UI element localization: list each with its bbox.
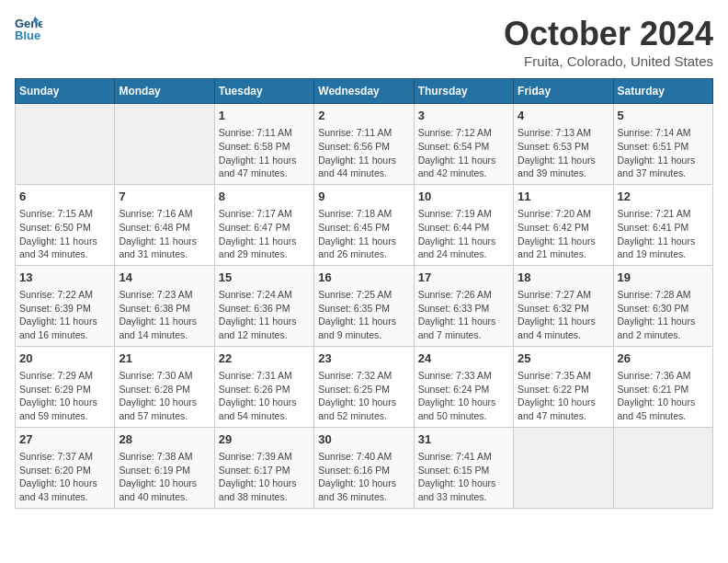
- day-info: Sunset: 6:19 PM: [119, 464, 210, 477]
- day-info: Daylight: 10 hours and 50 minutes.: [418, 396, 509, 422]
- header-cell-thursday: Thursday: [414, 79, 513, 104]
- day-number: 16: [318, 270, 409, 286]
- day-info: Sunset: 6:35 PM: [318, 302, 409, 316]
- day-number: 17: [418, 270, 509, 286]
- day-info: Sunset: 6:39 PM: [19, 302, 110, 316]
- day-info: Daylight: 11 hours and 34 minutes.: [19, 235, 110, 261]
- day-info: Sunset: 6:32 PM: [518, 302, 609, 316]
- day-info: Sunset: 6:53 PM: [518, 140, 609, 154]
- day-number: 5: [618, 108, 709, 124]
- calendar-cell: [613, 427, 712, 508]
- day-number: 14: [119, 270, 210, 286]
- day-info: Sunset: 6:20 PM: [19, 464, 110, 477]
- day-info: Sunrise: 7:15 AM: [19, 207, 110, 221]
- calendar-cell: 26Sunrise: 7:36 AMSunset: 6:21 PMDayligh…: [613, 346, 712, 427]
- calendar-cell: 22Sunrise: 7:31 AMSunset: 6:26 PMDayligh…: [214, 346, 313, 427]
- day-info: Sunrise: 7:13 AM: [518, 126, 609, 140]
- day-info: Sunset: 6:22 PM: [518, 383, 609, 396]
- day-info: Daylight: 10 hours and 38 minutes.: [219, 477, 310, 503]
- calendar-cell: [514, 427, 613, 508]
- day-info: Sunrise: 7:28 AM: [618, 288, 709, 302]
- day-info: Sunset: 6:51 PM: [618, 140, 709, 154]
- calendar-cell: 5Sunrise: 7:14 AMSunset: 6:51 PMDaylight…: [613, 104, 712, 185]
- day-number: 29: [219, 431, 310, 448]
- day-info: Sunrise: 7:40 AM: [318, 450, 409, 464]
- calendar-cell: 31Sunrise: 7:41 AMSunset: 6:15 PMDayligh…: [414, 427, 513, 508]
- day-number: 22: [219, 350, 310, 367]
- logo-icon: General Blue: [15, 15, 42, 42]
- day-info: Sunrise: 7:33 AM: [418, 369, 509, 383]
- day-number: 7: [119, 189, 210, 205]
- calendar-cell: 7Sunrise: 7:16 AMSunset: 6:48 PMDaylight…: [115, 184, 214, 265]
- day-info: Sunset: 6:24 PM: [418, 383, 509, 396]
- day-info: Daylight: 10 hours and 40 minutes.: [119, 477, 210, 503]
- day-info: Daylight: 11 hours and 12 minutes.: [219, 315, 310, 341]
- day-info: Daylight: 10 hours and 36 minutes.: [318, 477, 409, 503]
- day-info: Sunrise: 7:14 AM: [618, 126, 709, 140]
- day-number: 20: [19, 350, 110, 367]
- calendar-week-row: 13Sunrise: 7:22 AMSunset: 6:39 PMDayligh…: [16, 265, 713, 346]
- day-info: Sunset: 6:50 PM: [19, 221, 110, 235]
- day-number: 9: [318, 189, 409, 205]
- day-info: Sunrise: 7:30 AM: [119, 369, 210, 383]
- header-cell-saturday: Saturday: [613, 79, 712, 104]
- day-info: Sunrise: 7:16 AM: [119, 207, 210, 221]
- day-info: Sunset: 6:48 PM: [119, 221, 210, 235]
- day-info: Sunset: 6:42 PM: [518, 221, 609, 235]
- day-info: Sunset: 6:56 PM: [318, 140, 409, 154]
- day-info: Sunrise: 7:11 AM: [318, 126, 409, 140]
- sub-title: Fruita, Colorado, United States: [504, 53, 713, 69]
- day-info: Daylight: 11 hours and 21 minutes.: [518, 235, 609, 261]
- svg-text:Blue: Blue: [15, 29, 40, 42]
- calendar-week-row: 27Sunrise: 7:37 AMSunset: 6:20 PMDayligh…: [16, 427, 713, 508]
- calendar-table: SundayMondayTuesdayWednesdayThursdayFrid…: [15, 78, 713, 509]
- calendar-cell: 15Sunrise: 7:24 AMSunset: 6:36 PMDayligh…: [214, 265, 313, 346]
- day-info: Sunset: 6:45 PM: [318, 221, 409, 235]
- day-number: 10: [418, 189, 509, 205]
- day-number: 6: [19, 189, 110, 205]
- day-info: Daylight: 10 hours and 43 minutes.: [19, 477, 110, 503]
- day-info: Daylight: 11 hours and 2 minutes.: [618, 315, 709, 341]
- day-info: Sunrise: 7:18 AM: [318, 207, 409, 221]
- calendar-cell: 3Sunrise: 7:12 AMSunset: 6:54 PMDaylight…: [414, 104, 513, 185]
- day-number: 12: [618, 189, 709, 205]
- day-info: Sunset: 6:29 PM: [19, 383, 110, 396]
- day-info: Daylight: 10 hours and 45 minutes.: [618, 396, 709, 422]
- calendar-cell: 2Sunrise: 7:11 AMSunset: 6:56 PMDaylight…: [314, 104, 414, 185]
- day-info: Sunset: 6:38 PM: [119, 302, 210, 316]
- day-info: Sunset: 6:17 PM: [219, 464, 310, 477]
- header-cell-monday: Monday: [115, 79, 214, 104]
- day-info: Sunrise: 7:25 AM: [318, 288, 409, 302]
- day-info: Sunset: 6:28 PM: [119, 383, 210, 396]
- day-info: Sunrise: 7:26 AM: [418, 288, 509, 302]
- day-info: Daylight: 11 hours and 26 minutes.: [318, 235, 409, 261]
- header-cell-friday: Friday: [514, 79, 613, 104]
- page-header: General Blue October 2024 Fruita, Colora…: [15, 15, 713, 69]
- day-info: Daylight: 10 hours and 33 minutes.: [418, 477, 509, 503]
- calendar-cell: 17Sunrise: 7:26 AMSunset: 6:33 PMDayligh…: [414, 265, 513, 346]
- day-info: Daylight: 11 hours and 24 minutes.: [418, 235, 509, 261]
- day-info: Sunrise: 7:24 AM: [219, 288, 310, 302]
- day-info: Daylight: 11 hours and 16 minutes.: [19, 315, 110, 341]
- day-info: Sunset: 6:15 PM: [418, 464, 509, 477]
- day-info: Sunset: 6:58 PM: [219, 140, 310, 154]
- calendar-cell: 29Sunrise: 7:39 AMSunset: 6:17 PMDayligh…: [214, 427, 313, 508]
- day-info: Daylight: 10 hours and 59 minutes.: [19, 396, 110, 422]
- calendar-cell: 11Sunrise: 7:20 AMSunset: 6:42 PMDayligh…: [514, 184, 613, 265]
- header-cell-wednesday: Wednesday: [314, 79, 414, 104]
- calendar-header-row: SundayMondayTuesdayWednesdayThursdayFrid…: [16, 79, 713, 104]
- calendar-cell: 1Sunrise: 7:11 AMSunset: 6:58 PMDaylight…: [214, 104, 313, 185]
- day-info: Daylight: 11 hours and 7 minutes.: [418, 315, 509, 341]
- calendar-cell: 8Sunrise: 7:17 AMSunset: 6:47 PMDaylight…: [214, 184, 313, 265]
- day-info: Sunset: 6:47 PM: [219, 221, 310, 235]
- calendar-cell: 25Sunrise: 7:35 AMSunset: 6:22 PMDayligh…: [514, 346, 613, 427]
- calendar-cell: 4Sunrise: 7:13 AMSunset: 6:53 PMDaylight…: [514, 104, 613, 185]
- day-number: 31: [418, 431, 509, 448]
- calendar-week-row: 20Sunrise: 7:29 AMSunset: 6:29 PMDayligh…: [16, 346, 713, 427]
- day-number: 8: [219, 189, 310, 205]
- calendar-cell: 10Sunrise: 7:19 AMSunset: 6:44 PMDayligh…: [414, 184, 513, 265]
- calendar-cell: 28Sunrise: 7:38 AMSunset: 6:19 PMDayligh…: [115, 427, 214, 508]
- day-info: Sunrise: 7:41 AM: [418, 450, 509, 464]
- day-info: Daylight: 11 hours and 29 minutes.: [219, 235, 310, 261]
- day-number: 24: [418, 350, 509, 367]
